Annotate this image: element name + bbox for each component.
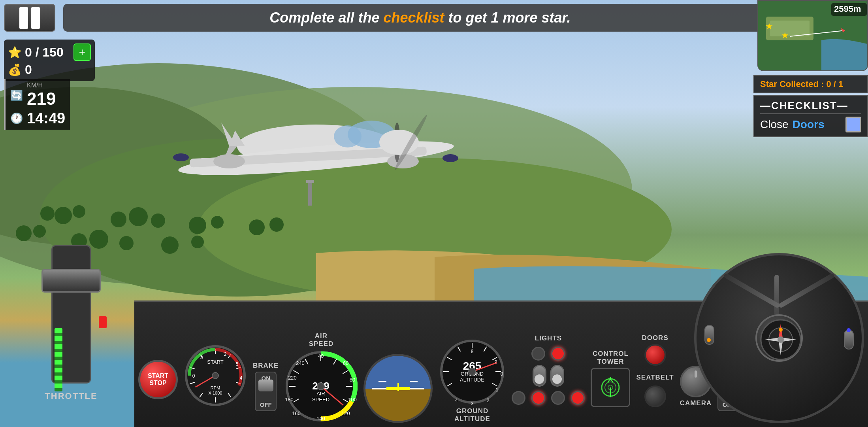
- wheel-right-marker: [847, 328, 851, 332]
- svg-text:60: 60: [343, 360, 348, 366]
- svg-point-18: [161, 236, 179, 254]
- throttle-handle[interactable]: [41, 269, 101, 293]
- svg-text:220: 220: [288, 375, 297, 381]
- wheel-hub: [755, 314, 803, 362]
- horizon-tick-left: [378, 381, 386, 382]
- toggle-knob-1: [535, 374, 544, 384]
- svg-text:160: 160: [292, 410, 301, 416]
- svg-rect-22: [308, 182, 312, 206]
- svg-point-119: [469, 368, 476, 375]
- steering-wheel[interactable]: [694, 253, 864, 423]
- speedometer-icon: 🔄: [10, 89, 23, 102]
- svg-point-7: [73, 205, 85, 218]
- seatbelt-toggle[interactable]: [644, 385, 666, 407]
- checklist-title: —CHECKLIST—: [760, 100, 861, 114]
- svg-text:0: 0: [501, 371, 503, 377]
- wheel-background: [694, 253, 864, 423]
- right-panel: Star Collected : 0 / 1 —CHECKLIST— Close…: [753, 75, 868, 137]
- horizon-tick: [397, 383, 399, 391]
- speed-value: 219: [27, 89, 56, 109]
- svg-point-13: [249, 219, 265, 235]
- svg-text:4: 4: [240, 375, 243, 381]
- svg-point-97: [317, 383, 324, 390]
- svg-text:40: 40: [318, 353, 324, 359]
- svg-point-11: [189, 217, 206, 234]
- svg-text:5: 5: [236, 361, 239, 367]
- wheel-spoke-left: [778, 273, 835, 308]
- lights-row-top: [531, 347, 565, 361]
- rpm-gauge-svg: START RPM X 1000 0 5 4 3 2: [184, 344, 247, 407]
- brake-col: BRAKE ON OFF: [253, 362, 279, 411]
- altitude-col: 8 9 0 1 2 3 4 GROUND ALTITUDE 265 GROUND…: [439, 338, 506, 423]
- svg-point-14: [269, 217, 284, 232]
- svg-text:100: 100: [348, 397, 357, 402]
- svg-text:240: 240: [296, 360, 305, 366]
- pause-bar-right: [31, 7, 40, 29]
- lights-toggle-2[interactable]: [550, 365, 564, 387]
- rpm-gauge-col: START RPM X 1000 0 5 4 3 2: [184, 344, 247, 407]
- wheel-hub-svg: [757, 316, 804, 363]
- tower-icon: [599, 376, 622, 399]
- lights-label: LIGHTS: [535, 334, 562, 342]
- light-3: [512, 391, 525, 405]
- minimap-star-1: ★: [765, 21, 773, 31]
- throttle-red-marker: [99, 316, 107, 328]
- light-1: [531, 347, 545, 361]
- svg-text:0: 0: [192, 373, 195, 379]
- start-stop-col: START STOP: [138, 360, 178, 399]
- svg-rect-47: [770, 21, 810, 36]
- airspeed-label: AIRSPEED: [309, 332, 334, 348]
- time-row: 🕐 14:49: [10, 110, 65, 127]
- banner-text: Complete all the checklist to get 1 more…: [269, 9, 571, 26]
- toggle-knob-2: [552, 374, 562, 384]
- checklist-checkbox[interactable]: [845, 117, 861, 132]
- banner-highlight: checklist: [383, 9, 444, 26]
- lights-toggle-1[interactable]: [533, 365, 546, 387]
- svg-text:ALTITUDE: ALTITUDE: [460, 377, 485, 383]
- brake-switch[interactable]: ON OFF: [255, 372, 277, 411]
- wheel-spoke-right: [723, 273, 780, 308]
- star-icon: ⭐: [8, 46, 22, 59]
- minimap: ★ ★ 2595m: [757, 0, 868, 71]
- svg-text:2: 2: [487, 398, 490, 403]
- doors-toggle-top[interactable]: [644, 344, 666, 366]
- star-collected-value: 0 / 1: [826, 79, 843, 89]
- svg-text:RPM: RPM: [211, 385, 220, 390]
- banner-prefix: Complete all the: [269, 9, 383, 26]
- instrument-row: START STOP STAR: [138, 300, 864, 423]
- control-tower-label: CONTROLTOWER: [593, 350, 629, 366]
- light-5: [551, 391, 565, 405]
- speed-row: 🔄 KM/H 219: [10, 82, 65, 109]
- svg-rect-23: [306, 180, 314, 183]
- control-tower-button[interactable]: [591, 368, 630, 407]
- coin-icon: 💰: [8, 63, 22, 76]
- svg-text:3: 3: [471, 401, 474, 405]
- star-collected-label: Star Collected :: [760, 79, 826, 89]
- pause-button[interactable]: [4, 4, 55, 32]
- brake-label: BRAKE: [253, 362, 279, 370]
- lights-col: LIGHTS: [512, 334, 585, 407]
- throttle-indicator: [55, 328, 62, 391]
- stop-label: STOP: [149, 380, 166, 387]
- svg-text:3: 3: [200, 355, 203, 360]
- svg-point-6: [55, 207, 72, 224]
- svg-point-8: [111, 212, 126, 227]
- speed-unit: KM/H: [27, 82, 56, 89]
- wheel-left-marker: [707, 338, 711, 342]
- svg-point-21: [33, 225, 46, 238]
- minimap-svg: ★ ★ 2595m: [758, 1, 868, 71]
- start-stop-button[interactable]: START STOP: [138, 360, 178, 399]
- brake-handle: [258, 380, 273, 391]
- svg-point-72: [212, 372, 218, 379]
- horizon-tick-right: [410, 381, 418, 382]
- svg-text:8: 8: [471, 349, 474, 354]
- doors-col: DOORS SEATBELT: [636, 334, 674, 407]
- svg-text:1: 1: [496, 387, 499, 393]
- speed-panel: 🔄 KM/H 219 🕐 14:49: [4, 79, 70, 130]
- svg-text:X 1000: X 1000: [209, 391, 222, 395]
- score-row: ⭐ 0 / 150 +: [8, 43, 91, 61]
- add-score-button[interactable]: +: [73, 43, 91, 61]
- coins-row: 💰 0: [8, 62, 91, 77]
- minimap-star-2: ★: [781, 30, 789, 40]
- wheel-handle-right: [844, 330, 854, 350]
